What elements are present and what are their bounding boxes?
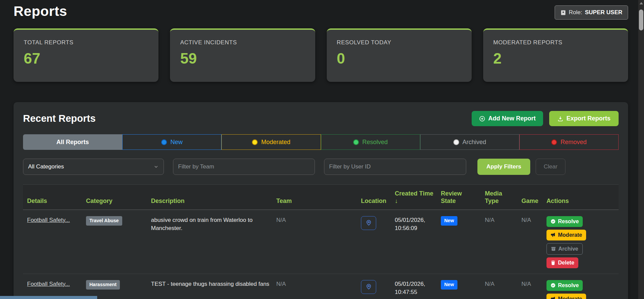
stat-value: 59 xyxy=(180,50,305,67)
stat-card-moderated-reports: MODERATED REPORTS 2 xyxy=(483,28,628,82)
megaphone-icon xyxy=(551,232,556,237)
scrollbar-up-arrow-icon[interactable] xyxy=(640,2,643,4)
review-state-badge: New xyxy=(441,280,457,290)
stats-row: TOTAL REPORTS 67 ACTIVE INCIDENTS 59 RES… xyxy=(14,28,628,82)
apply-filters-button[interactable]: Apply Filters xyxy=(477,159,530,175)
resolve-button[interactable]: Resolve xyxy=(546,216,583,227)
add-new-report-button[interactable]: Add New Report xyxy=(472,111,543,126)
column-header-description: Description xyxy=(151,192,276,209)
stat-value: 0 xyxy=(337,50,461,67)
column-header-details: Details xyxy=(23,192,86,209)
stat-label: RESOLVED TODAY xyxy=(337,39,461,46)
stat-label: MODERATED REPORTS xyxy=(493,39,618,46)
delete-button[interactable]: Delete xyxy=(546,257,578,268)
stat-card-active-incidents: ACTIVE INCIDENTS 59 xyxy=(170,28,315,82)
column-header-game: Game xyxy=(521,192,546,209)
megaphone-icon xyxy=(551,296,556,299)
stat-value: 2 xyxy=(493,50,618,67)
export-reports-button[interactable]: Export Reports xyxy=(549,111,619,126)
table-row: Football Safety... Harassment TEST - tee… xyxy=(23,274,619,299)
tab-resolved[interactable]: Resolved xyxy=(321,134,420,150)
moderate-button[interactable]: Moderate xyxy=(546,230,586,240)
tab-moderated[interactable]: Moderated xyxy=(221,134,321,150)
report-team: N/A xyxy=(276,210,361,230)
role-label: Role: xyxy=(569,9,582,16)
panel-actions: Add New Report Export Reports xyxy=(472,111,619,126)
check-circle-icon xyxy=(551,283,556,288)
tab-archived[interactable]: Archived xyxy=(420,134,519,150)
reports-table: Details Category Description Team Locati… xyxy=(23,184,619,299)
stat-card-total-reports: TOTAL REPORTS 67 xyxy=(14,28,158,82)
filters-row: All Categories Apply Filters Clear xyxy=(23,159,619,175)
vertical-scrollbar-thumb[interactable] xyxy=(639,9,643,30)
reports-page: Reports Role: SUPER USER TOTAL REPORTS 6… xyxy=(14,0,628,299)
map-pin-icon xyxy=(366,284,372,290)
report-description: abusive crowd on train from Waterloo to … xyxy=(151,210,276,238)
trash-icon xyxy=(551,260,556,265)
yellow-status-dot-icon xyxy=(252,139,258,145)
review-state-badge: New xyxy=(441,216,457,226)
category-badge: Harassment xyxy=(86,280,120,290)
report-created-time: 05/01/2026, 10:56:09 xyxy=(395,210,441,238)
row-actions: Resolve Moderate Archive Delete xyxy=(546,216,613,268)
recent-reports-panel: Recent Reports Add New Report Export Rep… xyxy=(14,102,628,299)
report-details-link[interactable]: Football Safety... xyxy=(27,281,70,287)
resolve-button[interactable]: Resolve xyxy=(546,280,583,291)
column-header-media-type: Media Type xyxy=(485,185,521,209)
column-header-created-time[interactable]: Created Time ↓ xyxy=(395,185,441,209)
map-pin-icon xyxy=(366,220,372,226)
report-game: N/A xyxy=(521,274,546,294)
role-value: SUPER USER xyxy=(585,9,622,16)
table-header-row: Details Category Description Team Locati… xyxy=(23,184,619,210)
tab-all-reports[interactable]: All Reports xyxy=(23,134,122,150)
check-circle-icon xyxy=(551,219,556,224)
chevron-down-icon xyxy=(153,164,159,169)
report-filter-tabs: All Reports New Moderated Resolved Archi… xyxy=(23,134,619,150)
column-header-review-state: Review State xyxy=(441,185,485,209)
stat-label: ACTIVE INCIDENTS xyxy=(180,39,305,46)
user-id-filter-input[interactable] xyxy=(324,159,466,175)
archive-button[interactable]: Archive xyxy=(546,243,583,255)
white-status-dot-icon xyxy=(453,139,459,145)
report-details-link[interactable]: Football Safety... xyxy=(27,217,70,223)
blue-status-dot-icon xyxy=(161,139,167,145)
clear-filters-button[interactable]: Clear xyxy=(536,159,565,175)
report-description: TEST - teenage thugs harassing disabled … xyxy=(151,274,276,294)
category-select[interactable]: All Categories xyxy=(23,159,164,175)
row-actions: Resolve Moderate Archive Delete xyxy=(546,280,613,299)
column-header-category: Category xyxy=(86,192,151,209)
role-badge: Role: SUPER USER xyxy=(555,5,628,20)
tab-removed[interactable]: Removed xyxy=(519,134,619,150)
vertical-scrollbar[interactable] xyxy=(638,0,644,299)
report-team: N/A xyxy=(276,274,361,294)
stat-card-resolved-today: RESOLVED TODAY 0 xyxy=(327,28,472,82)
archive-box-icon xyxy=(551,246,556,251)
sort-descending-icon[interactable]: ↓ xyxy=(395,198,398,204)
report-media-type: N/A xyxy=(485,210,521,230)
column-header-team: Team xyxy=(276,192,361,209)
green-status-dot-icon xyxy=(353,139,359,145)
category-badge: Travel Abuse xyxy=(86,216,122,226)
horizontal-scrollbar-thumb[interactable] xyxy=(0,296,97,299)
page-header: Reports Role: SUPER USER xyxy=(14,3,628,20)
download-icon xyxy=(557,116,563,122)
report-game: N/A xyxy=(521,210,546,230)
panel-title: Recent Reports xyxy=(23,113,95,124)
tab-new[interactable]: New xyxy=(122,134,221,150)
plus-circle-icon xyxy=(479,116,485,122)
location-pin-button[interactable] xyxy=(361,280,376,294)
red-status-dot-icon xyxy=(551,139,557,145)
location-pin-button[interactable] xyxy=(361,216,376,230)
panel-header: Recent Reports Add New Report Export Rep… xyxy=(23,111,619,126)
stat-value: 67 xyxy=(24,50,148,67)
stat-label: TOTAL REPORTS xyxy=(24,39,148,46)
team-filter-input[interactable] xyxy=(173,159,315,175)
column-header-location: Location xyxy=(361,192,395,209)
report-created-time: 05/01/2026, 10:47:55 xyxy=(395,274,441,299)
moderate-button[interactable]: Moderate xyxy=(546,294,586,299)
user-card-icon xyxy=(560,10,566,16)
report-media-type: N/A xyxy=(485,274,521,294)
column-header-actions: Actions xyxy=(546,192,619,209)
page-title: Reports xyxy=(14,3,67,19)
table-row: Football Safety... Travel Abuse abusive … xyxy=(23,210,619,274)
